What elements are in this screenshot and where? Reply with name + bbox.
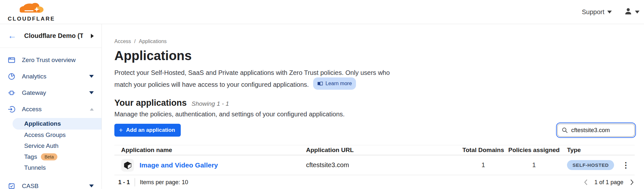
support-label: Support <box>582 8 604 16</box>
sidebar-item-label: Analytics <box>22 73 46 80</box>
learn-more-button[interactable]: Learn more <box>313 77 356 90</box>
column-type: Type <box>562 147 617 154</box>
column-policies-assigned: Policies assigned <box>506 147 562 154</box>
sidebar-nav: Zero Trust overview Analytics <box>0 48 101 189</box>
sidebar-item-analytics[interactable]: Analytics <box>0 68 101 85</box>
type-cell: SELF-HOSTED <box>562 160 617 170</box>
pagination-range: 1 - 1 <box>118 179 130 186</box>
sidebar-item-access[interactable]: Access <box>0 101 101 117</box>
account-name: Cloudflare Demo (T... <box>24 32 83 40</box>
sub-item-label: Tags <box>24 153 37 160</box>
policies-assigned-value: 1 <box>506 161 562 169</box>
account-header[interactable]: ← Cloudflare Demo (T... <box>0 24 101 48</box>
chevron-right-icon[interactable] <box>91 34 94 38</box>
breadcrumb-access[interactable]: Access <box>114 39 131 44</box>
cloudflare-logo[interactable]: CLOUDFLARE <box>7 2 55 22</box>
pie-chart-icon <box>8 73 15 80</box>
learn-more-label: Learn more <box>325 79 352 88</box>
add-application-label: Add an application <box>126 127 175 133</box>
application-name-cell: Image and Video Gallery <box>114 159 306 172</box>
back-arrow-icon[interactable]: ← <box>8 32 16 40</box>
chevron-down-icon <box>607 11 612 14</box>
page-indicator: 1 of 1 page <box>594 179 623 186</box>
sidebar-item-access-groups[interactable]: Access Groups <box>0 130 101 140</box>
sidebar-item-label: CASB <box>22 183 39 189</box>
sidebar-item-casb[interactable]: CASB <box>0 178 101 189</box>
table-row: Image and Video Gallery cftestsite3.com … <box>114 155 635 175</box>
plus-icon: + <box>119 127 123 133</box>
column-total-domains: Total Domains <box>461 147 506 154</box>
sidebar-item-label: Gateway <box>22 89 46 96</box>
sub-item-label: Service Auth <box>24 142 59 149</box>
sidebar: ← Cloudflare Demo (T... Zero Trust overv… <box>0 24 102 189</box>
user-account-menu[interactable] <box>624 7 639 17</box>
sidebar-item-zero-trust-overview[interactable]: Zero Trust overview <box>0 52 101 68</box>
sidebar-item-label: Access <box>22 106 42 113</box>
chevron-down-icon <box>89 75 94 78</box>
gateway-icon <box>8 89 15 97</box>
section-title: Your applications <box>114 98 187 108</box>
breadcrumb: Access / Applications <box>114 39 644 44</box>
sidebar-item-gateway[interactable]: Gateway <box>0 85 101 101</box>
access-sub-list: Applications Access Groups Service Auth … <box>0 118 101 173</box>
login-circle-icon <box>8 105 15 113</box>
support-menu[interactable]: Support <box>582 8 612 16</box>
total-domains-value: 1 <box>461 161 506 169</box>
chevron-down-icon <box>89 184 94 187</box>
table-header: Application name Application URL Total D… <box>114 145 635 155</box>
page-description: Protect your Self-Hosted, SaaS and Priva… <box>114 68 398 90</box>
app-iconbox <box>121 159 134 172</box>
casb-icon <box>8 182 15 189</box>
sub-item-label: Tunnels <box>24 164 46 171</box>
header-right: Support <box>582 7 637 17</box>
search-input[interactable] <box>557 124 635 137</box>
sidebar-item-tags[interactable]: Tags Beta <box>0 151 101 162</box>
pagination-right: 1 of 1 page <box>583 179 635 186</box>
logo-wordmark: CLOUDFLARE <box>8 16 55 22</box>
top-header: CLOUDFLARE Support <box>0 0 644 24</box>
add-application-button[interactable]: + Add an application <box>114 124 181 137</box>
pagination: 1 - 1 Items per page: 10 1 of 1 page <box>114 178 635 186</box>
main-content: Access / Applications Applications Prote… <box>102 24 644 189</box>
search-icon <box>562 127 568 135</box>
items-per-page[interactable]: Items per page: 10 <box>140 179 188 186</box>
chevron-left-icon[interactable] <box>583 179 589 186</box>
pagination-divider <box>135 178 135 186</box>
cube-icon <box>123 161 132 169</box>
window-icon <box>8 56 15 64</box>
sidebar-item-tunnels[interactable]: Tunnels <box>0 162 101 173</box>
section-subtitle: Manage the policies, authentication, and… <box>114 111 644 118</box>
page-title: Applications <box>114 49 644 63</box>
type-badge: SELF-HOSTED <box>567 160 614 170</box>
column-application-url: Application URL <box>306 147 461 154</box>
chevron-up-icon <box>90 108 94 111</box>
chevron-right-icon[interactable] <box>629 179 635 186</box>
beta-badge: Beta <box>41 153 57 160</box>
breadcrumb-applications[interactable]: Applications <box>139 39 167 44</box>
chevron-down-icon <box>635 11 639 14</box>
chevron-down-icon <box>89 91 94 94</box>
search-box <box>557 124 635 137</box>
user-icon <box>624 7 632 17</box>
book-icon <box>317 81 323 86</box>
column-application-name: Application name <box>114 147 306 154</box>
sidebar-item-service-auth[interactable]: Service Auth <box>0 140 101 151</box>
application-link[interactable]: Image and Video Gallery <box>139 161 218 169</box>
toolbar: + Add an application <box>114 124 635 137</box>
sidebar-item-applications[interactable]: Applications <box>13 118 101 130</box>
row-kebab-menu[interactable]: ⋮ <box>617 161 635 169</box>
sub-item-label: Applications <box>24 120 61 127</box>
application-url: cftestsite3.com <box>306 161 461 169</box>
section-head: Your applications Showing 1 - 1 <box>114 98 644 108</box>
applications-table: Application name Application URL Total D… <box>114 145 635 175</box>
cloudflare-cloud-icon <box>17 2 46 15</box>
pagination-left: 1 - 1 Items per page: 10 <box>114 178 188 186</box>
showing-count: Showing 1 - 1 <box>192 100 229 107</box>
sidebar-item-label: Zero Trust overview <box>22 57 76 64</box>
breadcrumb-separator: / <box>134 39 136 44</box>
sub-item-label: Access Groups <box>24 131 66 139</box>
